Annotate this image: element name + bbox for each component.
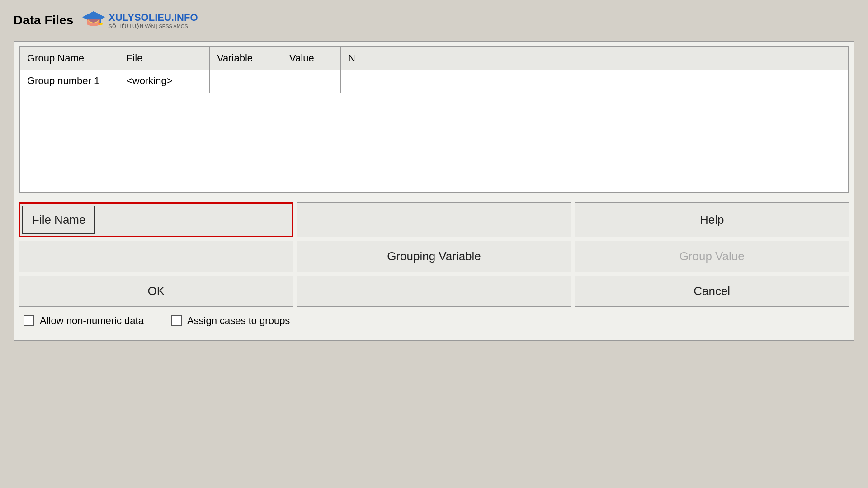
help-button[interactable]: Help	[575, 202, 849, 237]
cancel-button[interactable]: Cancel	[575, 276, 849, 307]
col-header-group-name: Group Name	[20, 47, 119, 70]
logo-text-area: XULYSOLIEU.INFO SỐ LIỆU LUẬN VĂN | SPSS …	[108, 12, 198, 29]
title-bar: Data Files XULYSOLIEU.INFO SỐ LIỆU LUẬN …	[14, 9, 854, 32]
empty-button-2	[19, 241, 293, 272]
col-header-variable: Variable	[210, 47, 282, 70]
col-header-n: N	[341, 47, 848, 70]
file-name-highlight: File Name	[19, 202, 293, 237]
cell-group-name: Group number 1	[20, 70, 119, 93]
assign-cases-checkbox[interactable]	[171, 315, 182, 326]
assign-cases-label[interactable]: Assign cases to groups	[171, 315, 290, 327]
cell-n	[341, 70, 848, 93]
assign-cases-text: Assign cases to groups	[187, 315, 290, 327]
buttons-area: File Name Help Grouping Variable Group V…	[14, 198, 854, 340]
checkboxes-row: Allow non-numeric data Assign cases to g…	[19, 310, 849, 331]
table-empty-area	[20, 93, 848, 192]
cell-file: <working>	[119, 70, 210, 93]
allow-non-numeric-checkbox[interactable]	[24, 315, 34, 326]
table-row[interactable]: Group number 1 <working>	[20, 70, 848, 93]
group-value-button[interactable]: Group Value	[575, 241, 849, 272]
dialog-window: Group Name File Variable Value N Group n…	[14, 41, 854, 341]
col-header-value: Value	[282, 47, 341, 70]
grouping-variable-button[interactable]: Grouping Variable	[297, 241, 571, 272]
cell-variable	[210, 70, 282, 93]
col-header-file: File	[119, 47, 210, 70]
empty-button-1	[297, 202, 571, 237]
allow-non-numeric-label[interactable]: Allow non-numeric data	[24, 315, 144, 327]
allow-non-numeric-text: Allow non-numeric data	[40, 315, 144, 327]
ok-button[interactable]: OK	[19, 276, 293, 307]
file-name-button[interactable]: File Name	[22, 206, 95, 234]
logo-main-text: XULYSOLIEU.INFO	[108, 12, 198, 23]
logo-area: XULYSOLIEU.INFO SỐ LIỆU LUẬN VĂN | SPSS …	[82, 9, 198, 32]
logo-icon	[82, 9, 105, 32]
table-header: Group Name File Variable Value N	[20, 47, 848, 70]
logo-sub-text: SỐ LIỆU LUẬN VĂN | SPSS AMOS	[108, 23, 198, 29]
main-container: Data Files XULYSOLIEU.INFO SỐ LIỆU LUẬN …	[0, 0, 868, 488]
empty-button-3	[297, 276, 571, 307]
page-title: Data Files	[14, 13, 73, 28]
data-table: Group Name File Variable Value N Group n…	[19, 46, 849, 193]
cell-value	[282, 70, 341, 93]
